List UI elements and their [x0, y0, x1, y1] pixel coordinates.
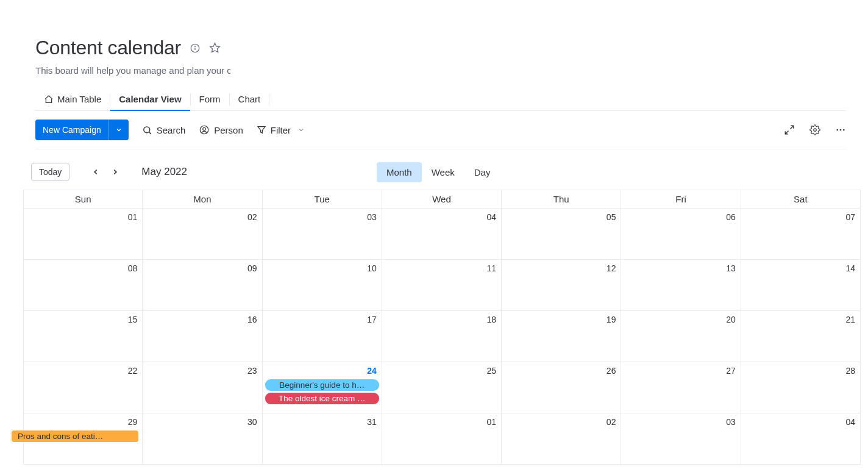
day-number: 04: [487, 212, 497, 222]
day-cell[interactable]: 01: [23, 209, 143, 260]
day-cell[interactable]: 26: [502, 362, 621, 413]
day-number: 07: [845, 212, 855, 222]
day-number: 26: [607, 366, 616, 376]
day-number: 06: [726, 212, 736, 222]
day-cell[interactable]: 06: [621, 209, 741, 260]
gear-icon[interactable]: [809, 124, 820, 135]
day-cell[interactable]: 13: [621, 260, 741, 311]
day-number: 13: [726, 263, 736, 273]
day-cell[interactable]: 23: [143, 362, 262, 413]
calendar-event[interactable]: Pros and cons of eati…: [12, 430, 138, 442]
day-number: 19: [607, 315, 616, 324]
svg-point-2: [195, 46, 196, 46]
search-icon: [142, 125, 152, 135]
day-cell[interactable]: 14: [741, 260, 861, 311]
day-cell[interactable]: 16: [143, 311, 262, 362]
day-cell[interactable]: 19: [502, 311, 621, 362]
day-header: Fri: [621, 190, 741, 209]
day-cell[interactable]: 20: [621, 311, 741, 362]
day-cell[interactable]: 29Pros and cons of eati…: [23, 413, 143, 465]
view-tabs: Main Table Calendar View Form Chart: [35, 88, 846, 111]
day-cell[interactable]: 27: [621, 362, 741, 413]
prev-month-icon[interactable]: [91, 168, 100, 176]
svg-line-9: [791, 126, 794, 129]
day-cell[interactable]: 08: [23, 260, 143, 311]
day-cell[interactable]: 04: [741, 413, 861, 465]
filter-label: Filter: [271, 125, 291, 135]
day-header: Thu: [502, 190, 621, 209]
svg-point-4: [144, 126, 150, 132]
person-button[interactable]: Person: [199, 124, 243, 135]
svg-point-11: [814, 129, 817, 132]
day-header: Wed: [382, 190, 502, 209]
search-button[interactable]: Search: [142, 125, 186, 135]
calendar-nav: Today May 2022 Month Week Day: [35, 149, 846, 190]
day-cell[interactable]: 31: [263, 413, 382, 465]
day-cell[interactable]: 24Beginner's guide to h…The oldest ice c…: [263, 362, 382, 413]
info-icon[interactable]: [190, 43, 201, 54]
chevron-down-icon[interactable]: [108, 120, 129, 140]
day-number: 28: [845, 366, 855, 376]
view-toggle: Month Week Day: [377, 162, 500, 182]
day-number: 31: [367, 417, 377, 427]
day-number: 12: [607, 263, 616, 273]
new-campaign-button[interactable]: New Campaign: [35, 120, 129, 140]
day-cell[interactable]: 12: [502, 260, 621, 311]
day-cell[interactable]: 09: [143, 260, 262, 311]
day-cell[interactable]: 03: [621, 413, 741, 465]
day-header: Sun: [23, 190, 143, 209]
day-cell[interactable]: 11: [382, 260, 502, 311]
day-cell[interactable]: 22: [23, 362, 143, 413]
day-cell[interactable]: 28: [741, 362, 861, 413]
day-cell[interactable]: 10: [263, 260, 382, 311]
page-title: Content calendar: [35, 37, 181, 59]
day-number: 30: [247, 417, 257, 427]
day-cell[interactable]: 04: [382, 209, 502, 260]
day-cell[interactable]: 07: [741, 209, 861, 260]
page-subtitle: This board will help you manage and plan…: [35, 65, 230, 76]
day-cell[interactable]: 30: [143, 413, 262, 465]
day-cell[interactable]: 02: [502, 413, 621, 465]
day-number: 10: [367, 263, 377, 273]
tab-label: Chart: [238, 94, 261, 104]
day-cell[interactable]: 15: [23, 311, 143, 362]
person-icon: [199, 124, 210, 135]
calendar-event[interactable]: The oldest ice cream …: [265, 393, 379, 404]
svg-point-7: [203, 127, 206, 130]
star-icon[interactable]: [209, 42, 221, 54]
next-month-icon[interactable]: [111, 168, 119, 176]
day-number: 20: [726, 315, 736, 324]
day-header: Sat: [741, 190, 861, 209]
day-number: 08: [128, 263, 138, 273]
day-number: 14: [845, 263, 855, 273]
view-day-button[interactable]: Day: [464, 162, 500, 182]
svg-point-12: [836, 129, 838, 131]
day-cell[interactable]: 01: [382, 413, 502, 465]
today-button[interactable]: Today: [31, 163, 69, 181]
calendar-event[interactable]: Beginner's guide to h…: [265, 379, 379, 391]
tab-form[interactable]: Form: [191, 88, 229, 110]
day-cell[interactable]: 05: [502, 209, 621, 260]
expand-icon[interactable]: [784, 124, 795, 135]
view-month-button[interactable]: Month: [377, 162, 422, 182]
day-number: 03: [367, 212, 377, 222]
day-number: 02: [247, 212, 257, 222]
day-header: Tue: [263, 190, 382, 209]
tab-main-table[interactable]: Main Table: [35, 88, 110, 110]
tab-chart[interactable]: Chart: [230, 88, 269, 110]
day-number: 18: [487, 315, 497, 324]
day-cell[interactable]: 02: [143, 209, 262, 260]
day-number: 25: [487, 366, 497, 376]
more-icon[interactable]: [835, 124, 846, 135]
day-cell[interactable]: 21: [741, 311, 861, 362]
day-cell[interactable]: 18: [382, 311, 502, 362]
day-cell[interactable]: 17: [263, 311, 382, 362]
day-header: Mon: [143, 190, 262, 209]
view-week-button[interactable]: Week: [422, 162, 464, 182]
day-cell[interactable]: 25: [382, 362, 502, 413]
filter-button[interactable]: Filter: [257, 125, 305, 135]
day-cell[interactable]: 03: [263, 209, 382, 260]
svg-point-13: [840, 129, 842, 131]
tab-label: Calendar View: [119, 94, 181, 104]
tab-calendar-view[interactable]: Calendar View: [110, 88, 190, 110]
